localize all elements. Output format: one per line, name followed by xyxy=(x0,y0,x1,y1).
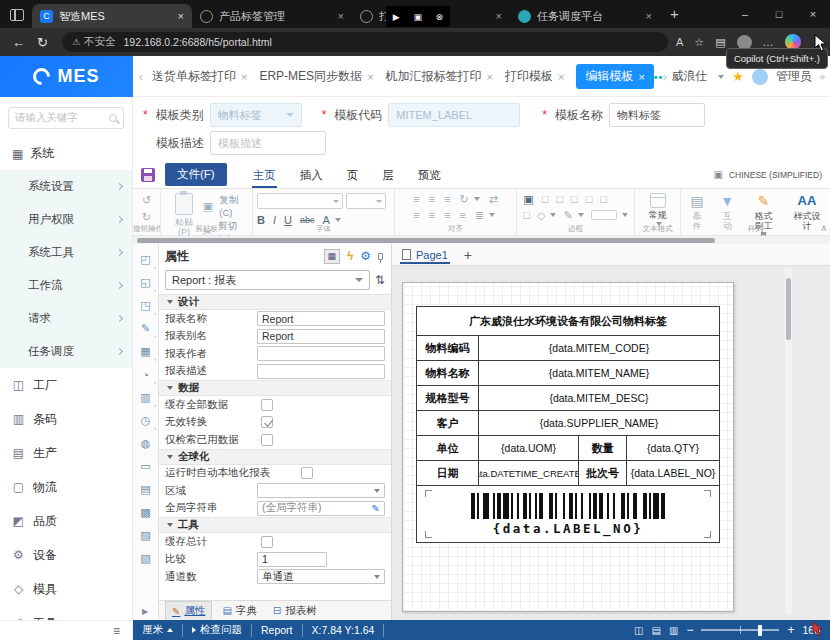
align-right-icon[interactable]: ≡ xyxy=(444,209,450,221)
tab-close-icon[interactable]: × xyxy=(328,10,344,22)
collapse-ribbon-icon[interactable]: ∧ xyxy=(820,223,827,233)
scrollbar-thumb[interactable] xyxy=(137,238,715,243)
user-name[interactable]: 管理员 xyxy=(776,68,812,85)
border-top-icon[interactable]: □ xyxy=(556,193,563,205)
tab-scroll-left-icon[interactable]: ‹ xyxy=(136,70,146,84)
tab-close-icon[interactable]: × xyxy=(636,10,652,22)
browser-tab-active[interactable]: C 智造MES × xyxy=(32,4,192,28)
sidebar-item-request[interactable]: 请求 xyxy=(0,302,132,335)
border-outer-icon[interactable]: □ xyxy=(542,193,549,205)
app-tab[interactable]: 打印模板 × xyxy=(505,68,564,85)
toolbox-shape-icon[interactable]: ◔› xyxy=(133,363,158,386)
tab-close-icon[interactable]: × xyxy=(367,71,373,83)
tab-close-icon[interactable]: × xyxy=(558,71,564,83)
settings-gear-icon[interactable]: ⚙ xyxy=(360,249,371,263)
read-aloud-icon[interactable]: A xyxy=(676,36,683,48)
toolbox-map-icon[interactable]: ◍ xyxy=(133,432,158,455)
toolbox-band2-icon[interactable]: ◱› xyxy=(133,271,158,294)
toolbox-band-data-icon[interactable]: ▩ xyxy=(133,501,158,524)
template-name-input[interactable] xyxy=(609,103,705,127)
report-author-input[interactable] xyxy=(257,346,385,361)
table-row[interactable]: 规格型号{data.MITEM_DESC} xyxy=(417,386,719,411)
template-desc-input[interactable] xyxy=(210,131,326,155)
tab-dictionary[interactable]: ▤字典 xyxy=(216,602,262,620)
table-row[interactable]: 单位{data.UOM} 数量{data.QTY} xyxy=(417,436,719,461)
vertical-scrollbar[interactable] xyxy=(785,268,792,614)
label-table[interactable]: 广东威浪仕水环境设备有限公司物料标签 物料编码{data.MITEM_CODE}… xyxy=(416,306,720,543)
back-icon[interactable]: ← xyxy=(12,35,25,50)
address-bar[interactable]: ⚠ 不安全 192.168.0.2:6688/h5/portal.html xyxy=(62,32,668,52)
table-row[interactable]: 物料编码{data.MITEM_CODE} xyxy=(417,336,719,361)
more-menu-icon[interactable]: ••• xyxy=(649,71,664,83)
element-selector[interactable]: Report : 报表 xyxy=(165,270,370,290)
border-none-icon[interactable]: □ xyxy=(523,209,530,221)
align-center-icon[interactable]: ≡ xyxy=(429,209,435,221)
tab-properties[interactable]: ✎属性 xyxy=(165,601,212,620)
sidebar-item-barcode[interactable]: ▥条码 xyxy=(0,402,132,436)
save-icon[interactable] xyxy=(141,168,155,182)
sidebar-item-production[interactable]: ▤生产 xyxy=(0,436,132,470)
tab-preview[interactable]: 预览 xyxy=(417,162,442,188)
company-name[interactable]: 威浪仕 xyxy=(671,68,707,85)
retrieve-used-only-checkbox[interactable] xyxy=(261,434,273,446)
border-bottom-icon[interactable]: □ xyxy=(571,193,578,205)
global-strings-field[interactable]: (全局字符串)✎ xyxy=(257,501,385,516)
browser-tab[interactable]: 打印模 ▶ ▣ ⊗ × xyxy=(352,4,510,28)
category-view-icon[interactable]: ▦ xyxy=(324,249,340,264)
section-tools[interactable]: 工具 xyxy=(159,517,391,533)
template-code-input[interactable] xyxy=(388,103,520,127)
add-page-button[interactable]: + xyxy=(464,247,472,263)
sort-icon[interactable]: ⇅ xyxy=(375,273,385,287)
user-avatar[interactable] xyxy=(752,69,768,85)
align-bottom-icon[interactable]: ≡ xyxy=(444,193,450,205)
toolbox-gauge-icon[interactable]: ◷› xyxy=(133,409,158,432)
sidebar-item-task-schedule[interactable]: 任务调度 xyxy=(0,335,132,368)
sidebar-item-equipment[interactable]: ⚙设备 xyxy=(0,538,132,572)
stop-share-icon[interactable]: ⊗ xyxy=(436,12,444,22)
text-rotate-icon[interactable]: ↻ xyxy=(459,193,468,205)
collections-icon[interactable]: ▤ xyxy=(715,36,725,49)
url-text[interactable]: 192.168.0.2:6688/h5/portal.html xyxy=(123,36,271,48)
toolbox-bands-icon[interactable]: ◰› xyxy=(133,248,158,271)
sidebar-item-factory[interactable]: ◫工厂 xyxy=(0,368,132,402)
align-top-icon[interactable]: ≡ xyxy=(413,193,419,205)
border-right-icon[interactable]: □ xyxy=(600,193,607,205)
close-button[interactable]: × xyxy=(796,0,830,28)
tab-close-icon[interactable]: × xyxy=(487,71,493,83)
toolbox-page-icon[interactable]: ▭ xyxy=(133,455,158,478)
culture-select[interactable] xyxy=(257,483,385,498)
auto-localize-checkbox[interactable] xyxy=(301,467,313,479)
toolbox-table-icon[interactable]: ▦› xyxy=(133,340,158,363)
tab-page[interactable]: 页 xyxy=(346,162,360,188)
border-all-icon[interactable]: ▣ xyxy=(523,193,533,205)
browser-tab[interactable]: 任务调度平台 × xyxy=(510,4,660,28)
barcode-component[interactable]: {data.LABEL_NO} xyxy=(417,486,719,542)
browser-tab[interactable]: 产品标签管理 × xyxy=(192,4,352,28)
table-row[interactable]: 日期{data.DATETIME_CREATED} 批次号{data.LABEL… xyxy=(417,461,719,486)
refresh-icon[interactable]: ↻ xyxy=(37,35,48,50)
tab-close-icon[interactable]: × xyxy=(168,10,184,22)
tab-workspaces-icon[interactable] xyxy=(10,9,24,21)
toolbox-band-footer-icon[interactable]: ▨ xyxy=(133,524,158,547)
font-family-select[interactable] xyxy=(257,193,343,209)
unit-selector[interactable]: 厘米 xyxy=(133,624,183,637)
edit-icon[interactable]: ✎ xyxy=(372,503,380,514)
table-row[interactable]: 客户{data.SUPPLIER_NAME} xyxy=(417,411,719,436)
minimize-button[interactable]: – xyxy=(728,0,762,28)
toolbox-groupband-icon[interactable]: ◳› xyxy=(133,294,158,317)
sidebar-item-system-settings[interactable]: 系统设置 xyxy=(0,170,132,203)
copy-icon[interactable]: ▣ xyxy=(203,200,213,212)
toolbox-text-icon[interactable]: ✎› xyxy=(133,317,158,340)
sidebar-item-workflow[interactable]: 工作流 xyxy=(0,269,132,302)
favorite-star-icon[interactable]: ☆ xyxy=(694,36,704,49)
tab-report-tree[interactable]: ⊟报表树 xyxy=(267,602,323,620)
undo-icon[interactable]: ↺ xyxy=(142,194,151,206)
app-tab[interactable]: ERP-MES同步数据 × xyxy=(259,68,373,85)
toolbox-band-summary-icon[interactable]: ▧ xyxy=(133,547,158,570)
border-style-select[interactable] xyxy=(591,210,617,220)
sidebar-item-system-tools[interactable]: 系统工具 xyxy=(0,236,132,269)
text-direction-icon[interactable]: ⇄ xyxy=(489,193,498,205)
app-tab[interactable]: 送货单标签打印 × xyxy=(152,68,247,85)
sidebar-item-system[interactable]: ▦ 系统 xyxy=(0,137,132,170)
align-left-icon[interactable]: ≡ xyxy=(413,209,419,221)
